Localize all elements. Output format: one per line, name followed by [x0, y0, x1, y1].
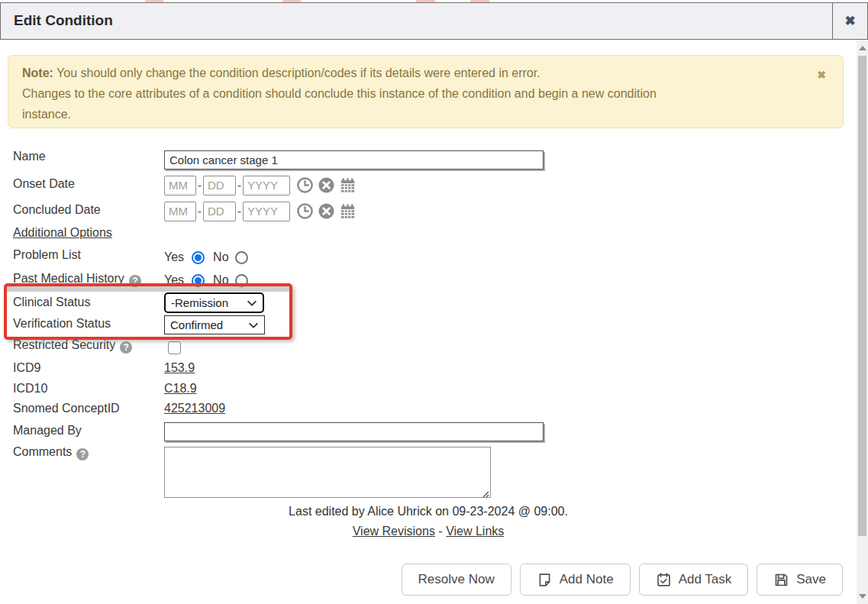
concluded-month-input[interactable] — [164, 202, 196, 221]
verification-status-select[interactable]: Confirmed — [164, 315, 265, 334]
problem-list-no-radio[interactable] — [235, 251, 248, 264]
snomed-concept-id-link[interactable]: 425213009 — [164, 402, 225, 415]
dialog-button-row: Resolve Now Add Note Add Task Save — [402, 564, 843, 596]
managed-by-label: Managed By — [13, 424, 82, 438]
past-medical-history-label: Past Medical History? — [13, 272, 141, 287]
note-icon — [537, 572, 553, 588]
clinical-status-value: -Remission — [171, 296, 228, 309]
past-medical-history-yes-radio[interactable] — [192, 274, 205, 287]
edit-condition-dialog: Edit Condition ✖ Note: You should only c… — [0, 0, 868, 604]
snomed-concept-id-label: Snomed ConceptID — [13, 402, 120, 415]
scroll-up-arrow-icon[interactable] — [857, 41, 868, 54]
icd10-label: ICD10 — [13, 382, 47, 396]
clear-date-icon[interactable] — [318, 176, 335, 194]
problem-list-radio-group: Yes No — [164, 250, 248, 265]
add-note-button[interactable]: Add Note — [520, 564, 631, 596]
note-close-icon[interactable]: ✖ — [817, 65, 826, 86]
dialog-header: Edit Condition — [0, 2, 868, 40]
managed-by-input[interactable] — [164, 422, 544, 441]
icd9-label: ICD9 — [13, 361, 40, 375]
onset-date-row: - - — [164, 175, 357, 195]
save-button[interactable]: Save — [757, 564, 843, 596]
no-option-label: No — [213, 273, 228, 287]
yes-option-label: Yes — [164, 250, 184, 264]
problem-list-yes-radio[interactable] — [192, 251, 205, 264]
chevron-down-icon — [247, 298, 257, 308]
warning-note-banner: Note: You should only change the conditi… — [8, 55, 844, 128]
yes-option-label: Yes — [164, 273, 184, 287]
onset-date-label: Onset Date — [13, 177, 75, 191]
no-option-label: No — [213, 250, 228, 264]
concluded-date-label: Concluded Date — [13, 203, 101, 217]
concluded-date-row: - - — [164, 201, 357, 221]
calendar-icon[interactable] — [339, 202, 357, 220]
scroll-down-arrow-icon[interactable] — [857, 589, 868, 602]
resize-handle-icon[interactable] — [480, 487, 489, 496]
clinical-status-label: Clinical Status — [13, 296, 90, 309]
calendar-check-icon — [656, 572, 672, 588]
concluded-year-input[interactable] — [243, 202, 290, 221]
additional-options-link[interactable]: Additional Options — [13, 226, 112, 240]
links-separator: - — [438, 525, 442, 538]
onset-day-input[interactable] — [203, 176, 236, 195]
comments-textarea[interactable] — [164, 447, 491, 498]
close-icon[interactable]: ✖ — [833, 3, 867, 39]
restricted-security-label: Restricted Security? — [13, 338, 132, 354]
add-task-button[interactable]: Add Task — [639, 564, 749, 596]
resolve-now-button[interactable]: Resolve Now — [402, 564, 511, 596]
verification-status-label: Verification Status — [13, 317, 111, 331]
onset-month-input[interactable] — [164, 176, 196, 195]
dialog-title: Edit Condition — [14, 12, 113, 29]
onset-year-input[interactable] — [243, 176, 290, 195]
revision-links-row: View Revisions - View Links — [0, 525, 857, 538]
restricted-security-checkbox[interactable] — [168, 341, 181, 354]
past-medical-history-no-radio[interactable] — [235, 274, 248, 287]
comments-label: Comments? — [13, 445, 89, 460]
help-icon[interactable]: ? — [76, 448, 89, 460]
help-icon[interactable]: ? — [129, 275, 141, 287]
note-line-3: instance. — [22, 104, 812, 124]
icd10-code-link[interactable]: C18.9 — [164, 382, 197, 396]
calendar-icon[interactable] — [339, 176, 357, 194]
clock-icon[interactable] — [296, 202, 314, 220]
vertical-scrollbar[interactable] — [857, 40, 868, 604]
note-label: Note: — [22, 66, 53, 79]
name-label: Name — [13, 150, 46, 163]
chevron-down-icon — [248, 320, 259, 331]
name-input[interactable] — [164, 150, 544, 170]
concluded-day-input[interactable] — [203, 202, 236, 221]
help-icon[interactable]: ? — [120, 341, 132, 354]
scrollbar-thumb[interactable] — [858, 56, 866, 536]
verification-status-value: Confirmed — [170, 318, 223, 331]
last-edited-text: Last edited by Alice Uhrick on 09-23-202… — [0, 505, 857, 518]
save-icon — [773, 572, 789, 588]
past-medical-history-radio-group: Yes No — [164, 273, 248, 288]
note-line-2: Changes to the core attributes of a cond… — [22, 83, 812, 104]
view-links-link[interactable]: View Links — [446, 525, 504, 538]
clear-date-icon[interactable] — [318, 202, 335, 220]
clock-icon[interactable] — [296, 176, 314, 194]
problem-list-label: Problem List — [13, 248, 81, 262]
clinical-status-select[interactable]: -Remission — [164, 292, 264, 313]
icd9-code-link[interactable]: 153.9 — [164, 361, 195, 375]
view-revisions-link[interactable]: View Revisions — [353, 525, 435, 538]
note-line-1: Note: You should only change the conditi… — [22, 63, 812, 83]
